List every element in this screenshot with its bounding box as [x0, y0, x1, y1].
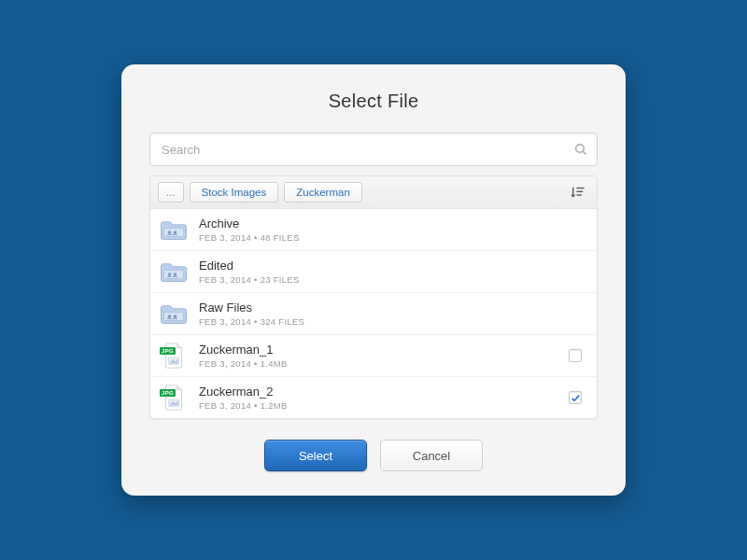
row-meta: FEB 3, 20141.2MB	[199, 400, 554, 411]
file-badge: JPG	[160, 389, 176, 397]
breadcrumb-item-1[interactable]: Zuckerman	[284, 182, 362, 203]
row-main: Zuckerman_1FEB 3, 20141.4MB	[199, 343, 554, 369]
folder-icon	[160, 302, 188, 325]
row-meta: FEB 3, 2014324 FILES	[199, 316, 554, 327]
dialog-footer: Select Cancel	[149, 440, 598, 471]
folder-icon	[160, 260, 188, 283]
search-input[interactable]	[149, 133, 598, 166]
select-button[interactable]: Select	[264, 440, 367, 471]
svg-point-10	[168, 273, 172, 276]
row-icon-cell	[160, 218, 188, 241]
row-name: Edited	[199, 259, 554, 273]
folder-icon	[160, 218, 188, 241]
folder-row[interactable]: ArchiveFEB 3, 201448 FILES	[150, 209, 597, 251]
svg-point-7	[168, 231, 172, 234]
row-main: Zuckerman_2FEB 3, 20141.2MB	[199, 385, 554, 411]
folder-row[interactable]: EditedFEB 3, 201423 FILES	[150, 251, 597, 293]
sort-button[interactable]	[567, 182, 589, 203]
row-name: Raw Files	[199, 301, 554, 315]
row-icon-cell	[160, 260, 188, 283]
row-main: EditedFEB 3, 201423 FILES	[199, 259, 554, 285]
file-badge: JPG	[160, 347, 176, 355]
check-icon	[571, 393, 581, 403]
sort-icon	[570, 184, 586, 201]
svg-point-14	[174, 315, 177, 318]
row-icon-cell	[160, 302, 188, 325]
row-checkbox[interactable]	[569, 349, 582, 362]
svg-point-11	[174, 273, 177, 276]
file-panel: ... Stock Images Zuckerman ArchiveFEB 3,…	[149, 175, 598, 419]
row-meta: FEB 3, 201423 FILES	[199, 274, 554, 285]
breadcrumb-root[interactable]: ...	[158, 182, 184, 203]
file-row[interactable]: JPGZuckerman_1FEB 3, 20141.4MB	[150, 335, 597, 377]
row-icon-cell: JPG	[160, 343, 188, 369]
row-main: ArchiveFEB 3, 201448 FILES	[199, 217, 554, 243]
breadcrumb-toolbar: ... Stock Images Zuckerman	[150, 176, 597, 209]
svg-point-8	[174, 231, 177, 234]
search-wrap	[149, 133, 598, 166]
row-icon-cell: JPG	[160, 385, 188, 411]
row-name: Archive	[199, 217, 554, 231]
row-name: Zuckerman_2	[199, 385, 554, 399]
row-main: Raw FilesFEB 3, 2014324 FILES	[199, 301, 554, 327]
svg-point-13	[168, 315, 172, 318]
breadcrumb-item-0[interactable]: Stock Images	[190, 182, 279, 203]
file-list: ArchiveFEB 3, 201448 FILESEditedFEB 3, 2…	[150, 209, 597, 418]
row-meta: FEB 3, 20141.4MB	[199, 358, 554, 369]
folder-row[interactable]: Raw FilesFEB 3, 2014324 FILES	[150, 293, 597, 335]
cancel-button[interactable]: Cancel	[380, 440, 483, 471]
row-meta: FEB 3, 201448 FILES	[199, 232, 554, 243]
row-check-cell	[565, 349, 585, 362]
row-check-cell	[565, 391, 585, 404]
file-select-dialog: Select File ... Stock Images Zuckerman	[121, 64, 626, 496]
file-row[interactable]: JPGZuckerman_2FEB 3, 20141.2MB	[150, 377, 597, 418]
dialog-title: Select File	[149, 91, 598, 112]
row-checkbox[interactable]	[569, 391, 582, 404]
row-name: Zuckerman_1	[199, 343, 554, 357]
